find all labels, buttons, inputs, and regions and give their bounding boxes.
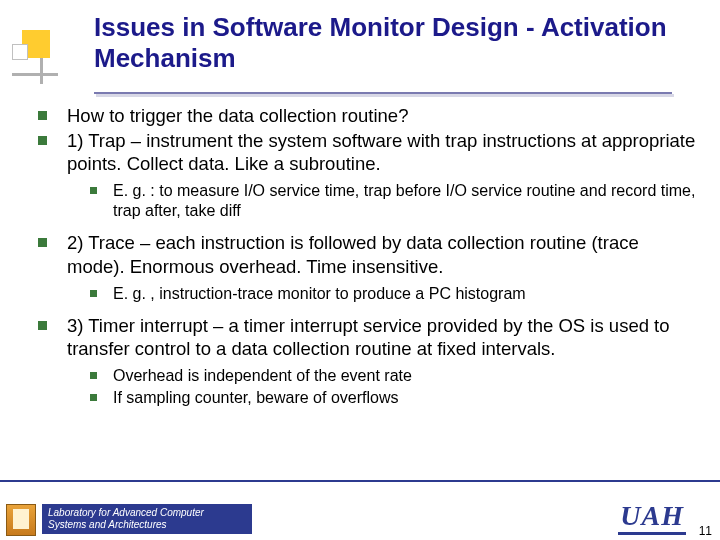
sub-bullet-group: E. g. : to measure I/O service time, tra… [90,181,696,221]
lab-name-line2: Systems and Architectures [48,519,167,530]
bullet-level2: If sampling counter, beware of overflows [90,388,696,408]
deco-line-horizontal [12,73,58,76]
bullet-text: 2) Trace – each instruction is followed … [67,231,696,277]
bullet-text: If sampling counter, beware of overflows [113,388,696,408]
bullet-square-icon [90,290,97,297]
bullet-text: Overhead is independent of the event rat… [113,366,696,386]
slide-title: Issues in Software Monitor Design - Acti… [94,12,690,74]
deco-square-white [12,44,28,60]
bullet-level2: E. g. : to measure I/O service time, tra… [90,181,696,221]
lab-logo-icon [6,504,36,536]
bullet-square-icon [38,111,47,120]
bullet-text: 3) Timer interrupt – a timer interrupt s… [67,314,696,360]
bullet-level2: Overhead is independent of the event rat… [90,366,696,386]
bullet-level1: How to trigger the data collection routi… [38,104,696,127]
uah-logo: UAH [620,500,684,532]
bullet-square-icon [38,136,47,145]
bullet-text: 1) Trap – instrument the system software… [67,129,696,175]
bullet-level2: E. g. , instruction-trace monitor to pro… [90,284,696,304]
bullet-text: E. g. , instruction-trace monitor to pro… [113,284,696,304]
bullet-square-icon [38,238,47,247]
bullet-level1: 1) Trap – instrument the system software… [38,129,696,175]
bullet-level1: 3) Timer interrupt – a timer interrupt s… [38,314,696,360]
sub-bullet-group: Overhead is independent of the event rat… [90,366,696,408]
bullet-square-icon [90,394,97,401]
bullet-level1: 2) Trace – each instruction is followed … [38,231,696,277]
bullet-text: E. g. : to measure I/O service time, tra… [113,181,696,221]
slide: Issues in Software Monitor Design - Acti… [0,0,720,540]
sub-bullet-group: E. g. , instruction-trace monitor to pro… [90,284,696,304]
bullet-square-icon [90,372,97,379]
slide-body: How to trigger the data collection routi… [38,104,696,466]
title-underline-shadow [96,94,674,97]
lab-name-line1: Laboratory for Advanced Computer [48,507,204,518]
page-number: 11 [699,524,712,538]
bullet-text: How to trigger the data collection routi… [67,104,696,127]
lab-name-box: Laboratory for Advanced Computer Systems… [42,504,252,534]
title-block: Issues in Software Monitor Design - Acti… [94,12,690,74]
slide-footer: Laboratory for Advanced Computer Systems… [0,480,720,540]
bullet-square-icon [90,187,97,194]
corner-decoration [12,30,72,90]
bullet-square-icon [38,321,47,330]
